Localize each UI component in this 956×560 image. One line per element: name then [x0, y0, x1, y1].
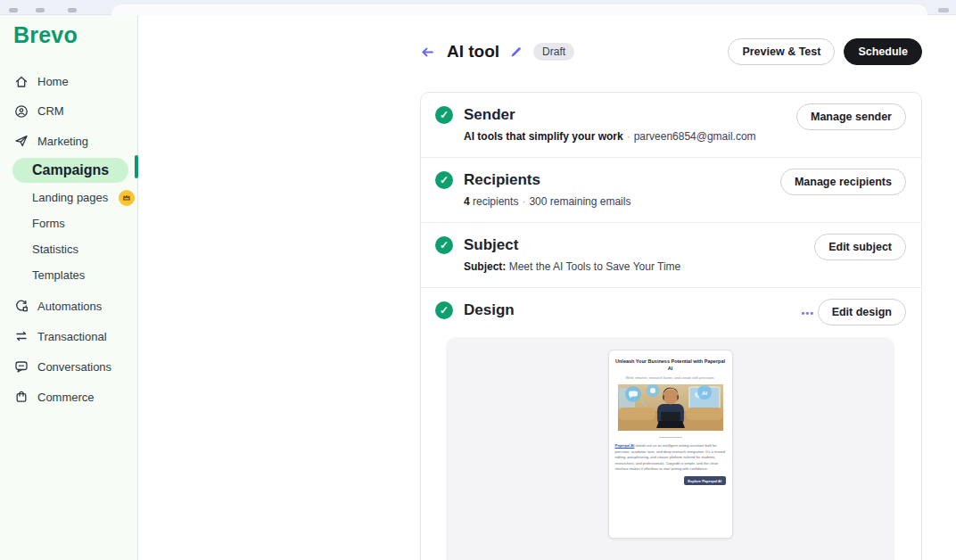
- schedule-button[interactable]: Schedule: [844, 38, 922, 65]
- sidebar-nav: Home CRM Marketing Campaigns Landing pag…: [0, 48, 137, 412]
- sender-email: parveen6854@gmail.com: [634, 130, 756, 143]
- sender-section: ✓ Sender AI tools that simplify your wor…: [421, 93, 921, 157]
- email-hero-illustration: AI: [615, 384, 726, 431]
- browser-profile-icon[interactable]: [938, 8, 949, 12]
- browser-back-icon[interactable]: [9, 8, 18, 12]
- check-icon: ✓: [435, 236, 453, 254]
- sidebar: Brevo Home CRM Marketing: [0, 15, 138, 560]
- browser-forward-icon[interactable]: [36, 8, 45, 12]
- campaign-header: AI tool Draft Preview & Test Schedule: [420, 38, 922, 65]
- separator-dot: ·: [522, 195, 525, 208]
- crm-icon: [14, 104, 29, 119]
- email-title: Unleash Your Business Potential with Pap…: [615, 358, 726, 372]
- sender-name: AI tools that simplify your work: [464, 130, 623, 143]
- sidebar-item-label: Forms: [32, 217, 65, 230]
- main-content: AI tool Draft Preview & Test Schedule ✓: [138, 15, 956, 560]
- section-title: Subject: [464, 236, 518, 254]
- transactional-icon: [14, 329, 29, 343]
- sidebar-item-label: CRM: [37, 104, 64, 118]
- sidebar-item-marketing[interactable]: Marketing: [0, 126, 137, 156]
- sidebar-item-label: Statistics: [32, 243, 78, 256]
- edit-subject-button[interactable]: Edit subject: [814, 234, 906, 260]
- commerce-icon: [14, 390, 29, 404]
- email-preview-thumbnail[interactable]: Unleash Your Business Potential with Pap…: [608, 350, 733, 539]
- separator-dot: ·: [627, 130, 630, 143]
- check-icon: ✓: [435, 106, 453, 124]
- subject-value: Meet the AI Tools to Save Your Time: [506, 260, 680, 273]
- email-divider: [659, 437, 682, 438]
- recipients-count-suffix: recipients: [470, 195, 519, 208]
- edit-design-button[interactable]: Edit design: [818, 299, 906, 325]
- subject-info: Subject: Meet the AI Tools to Save Your …: [464, 260, 905, 273]
- browser-reload-icon[interactable]: [68, 8, 77, 12]
- paperpal-link[interactable]: Paperpal AI: [615, 443, 635, 448]
- sidebar-item-conversations[interactable]: Conversations: [0, 351, 137, 382]
- conversations-icon: [14, 359, 29, 374]
- home-icon: [14, 75, 29, 89]
- automations-icon: [14, 299, 29, 313]
- email-body-text: Paperpal AI stands out as an intelligent…: [615, 443, 726, 472]
- sidebar-item-label: Marketing: [37, 135, 88, 148]
- app-window: Brevo Home CRM Marketing: [0, 15, 956, 560]
- remaining-emails: 300 remaining emails: [529, 195, 630, 208]
- sidebar-item-label: Templates: [32, 268, 85, 282]
- status-badge: Draft: [533, 43, 574, 61]
- check-icon: ✓: [435, 171, 453, 189]
- sidebar-item-transactional[interactable]: Transactional: [0, 321, 137, 351]
- sidebar-item-label: Campaigns: [32, 162, 109, 178]
- sidebar-item-campaigns[interactable]: Campaigns: [12, 158, 128, 183]
- back-button[interactable]: [420, 45, 436, 59]
- sidebar-item-forms[interactable]: Forms: [0, 210, 137, 236]
- sidebar-item-label: Commerce: [37, 391, 95, 404]
- subject-section: ✓ Subject Subject: Meet the AI Tools to …: [421, 222, 921, 287]
- design-preview-area: Unleash Your Business Potential with Pap…: [446, 337, 894, 560]
- subject-label: Subject:: [464, 260, 506, 273]
- sidebar-item-home[interactable]: Home: [0, 67, 137, 96]
- sidebar-item-crm[interactable]: CRM: [0, 96, 137, 126]
- recipients-info: 4 recipients·300 remaining emails: [464, 195, 905, 208]
- explore-paperpal-button[interactable]: Explore Paperpal AI: [684, 476, 726, 485]
- campaign-setup-card: ✓ Sender AI tools that simplify your wor…: [420, 92, 922, 560]
- manage-recipients-button[interactable]: Manage recipients: [780, 169, 906, 195]
- email-subtitle: Write smarter, research faster, and crea…: [615, 375, 726, 380]
- preview-test-button[interactable]: Preview & Test: [728, 38, 835, 65]
- campaign-title: AI tool: [447, 42, 499, 62]
- sidebar-item-label: Transactional: [37, 330, 107, 343]
- recipients-section: ✓ Recipients 4 recipients·300 remaining …: [421, 157, 921, 222]
- sidebar-item-templates[interactable]: Templates: [0, 262, 137, 288]
- marketing-icon: [14, 134, 29, 148]
- design-options-menu-icon[interactable]: •••: [801, 308, 814, 318]
- svg-text:AI: AI: [702, 391, 707, 396]
- sidebar-item-landing-pages[interactable]: Landing pages: [0, 185, 137, 210]
- sidebar-item-label: Automations: [37, 300, 102, 313]
- sender-info: AI tools that simplify your work·parveen…: [464, 130, 905, 143]
- section-title: Sender: [464, 106, 515, 124]
- sidebar-item-label: Landing pages: [32, 191, 108, 204]
- sidebar-item-statistics[interactable]: Statistics: [0, 236, 137, 262]
- premium-crown-badge: [119, 190, 135, 206]
- recipients-count: 4: [464, 195, 470, 208]
- sidebar-item-automations[interactable]: Automations: [0, 291, 137, 321]
- sidebar-item-label: Conversations: [37, 360, 111, 374]
- edit-title-pencil-icon[interactable]: [510, 45, 523, 58]
- check-icon: ✓: [435, 301, 453, 319]
- manage-sender-button[interactable]: Manage sender: [796, 103, 906, 130]
- design-section: ✓ Design ••• Edit design Unleash Your Bu…: [421, 287, 921, 560]
- sidebar-item-label: Home: [37, 75, 69, 88]
- browser-topbar: [0, 0, 956, 15]
- sidebar-item-commerce[interactable]: Commerce: [0, 382, 137, 412]
- section-title: Design: [464, 301, 515, 319]
- section-title: Recipients: [464, 171, 540, 189]
- brevo-logo[interactable]: Brevo: [13, 22, 137, 48]
